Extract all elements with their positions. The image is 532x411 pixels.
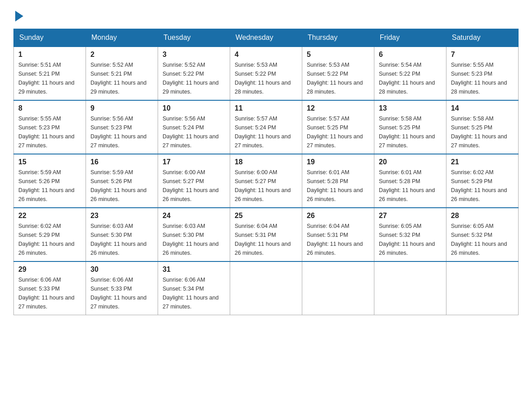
- day-number: 23: [90, 212, 153, 220]
- day-number: 24: [163, 212, 225, 220]
- day-number: 27: [379, 212, 442, 220]
- day-number: 12: [307, 104, 369, 112]
- calendar-cell: 3 Sunrise: 5:52 AM Sunset: 5:22 PM Dayli…: [158, 47, 230, 100]
- day-number: 25: [235, 212, 297, 220]
- calendar-cell: 13 Sunrise: 5:58 AM Sunset: 5:25 PM Dayl…: [374, 100, 446, 154]
- day-number: 7: [451, 51, 514, 59]
- day-info: Sunrise: 5:55 AM Sunset: 5:23 PM Dayligh…: [451, 60, 514, 96]
- calendar-cell: 22 Sunrise: 6:02 AM Sunset: 5:29 PM Dayl…: [14, 208, 86, 261]
- calendar-cell: 10 Sunrise: 5:56 AM Sunset: 5:24 PM Dayl…: [158, 100, 230, 154]
- day-number: 28: [451, 212, 514, 220]
- day-info: Sunrise: 6:02 AM Sunset: 5:29 PM Dayligh…: [451, 168, 514, 204]
- day-info: Sunrise: 5:52 AM Sunset: 5:22 PM Dayligh…: [163, 60, 225, 96]
- day-number: 17: [163, 158, 225, 166]
- weekday-header-monday: Monday: [86, 29, 158, 47]
- calendar-week-4: 22 Sunrise: 6:02 AM Sunset: 5:29 PM Dayl…: [14, 208, 519, 261]
- day-number: 21: [451, 158, 514, 166]
- day-number: 3: [163, 51, 225, 59]
- calendar-cell: 9 Sunrise: 5:56 AM Sunset: 5:23 PM Dayli…: [86, 100, 158, 154]
- calendar-cell: [374, 261, 446, 315]
- day-info: Sunrise: 6:06 AM Sunset: 5:34 PM Dayligh…: [163, 275, 225, 311]
- day-info: Sunrise: 6:04 AM Sunset: 5:31 PM Dayligh…: [235, 222, 297, 257]
- calendar-cell: 11 Sunrise: 5:57 AM Sunset: 5:24 PM Dayl…: [230, 100, 302, 154]
- calendar-cell: [302, 261, 374, 315]
- day-info: Sunrise: 6:04 AM Sunset: 5:31 PM Dayligh…: [307, 222, 369, 257]
- day-info: Sunrise: 5:56 AM Sunset: 5:24 PM Dayligh…: [163, 114, 225, 150]
- day-number: 2: [90, 51, 153, 59]
- weekday-header-saturday: Saturday: [446, 29, 519, 47]
- day-info: Sunrise: 6:01 AM Sunset: 5:28 PM Dayligh…: [307, 168, 369, 204]
- calendar-cell: 26 Sunrise: 6:04 AM Sunset: 5:31 PM Dayl…: [302, 208, 374, 261]
- calendar-cell: 24 Sunrise: 6:03 AM Sunset: 5:30 PM Dayl…: [158, 208, 230, 261]
- day-number: 16: [90, 158, 153, 166]
- calendar-cell: 30 Sunrise: 6:06 AM Sunset: 5:33 PM Dayl…: [86, 261, 158, 315]
- day-number: 9: [90, 104, 153, 112]
- day-info: Sunrise: 5:56 AM Sunset: 5:23 PM Dayligh…: [90, 114, 153, 150]
- day-info: Sunrise: 6:03 AM Sunset: 5:30 PM Dayligh…: [163, 222, 225, 257]
- day-number: 18: [235, 158, 297, 166]
- day-number: 1: [18, 51, 81, 59]
- calendar-cell: 5 Sunrise: 5:53 AM Sunset: 5:22 PM Dayli…: [302, 47, 374, 100]
- day-info: Sunrise: 5:59 AM Sunset: 5:26 PM Dayligh…: [18, 168, 81, 204]
- day-number: 8: [18, 104, 81, 112]
- day-info: Sunrise: 5:52 AM Sunset: 5:21 PM Dayligh…: [90, 60, 153, 96]
- day-number: 31: [163, 265, 225, 274]
- day-info: Sunrise: 5:58 AM Sunset: 5:25 PM Dayligh…: [451, 114, 514, 150]
- logo-arrow-icon: [15, 11, 23, 21]
- calendar-cell: 14 Sunrise: 5:58 AM Sunset: 5:25 PM Dayl…: [446, 100, 519, 154]
- weekday-header-sunday: Sunday: [14, 29, 86, 47]
- weekday-header-wednesday: Wednesday: [230, 29, 302, 47]
- day-info: Sunrise: 5:54 AM Sunset: 5:22 PM Dayligh…: [379, 60, 442, 96]
- calendar-cell: 28 Sunrise: 6:05 AM Sunset: 5:32 PM Dayl…: [446, 208, 519, 261]
- day-info: Sunrise: 5:51 AM Sunset: 5:21 PM Dayligh…: [18, 60, 81, 96]
- day-info: Sunrise: 6:01 AM Sunset: 5:28 PM Dayligh…: [379, 168, 442, 204]
- logo: [13, 9, 23, 20]
- day-number: 15: [18, 158, 81, 166]
- calendar-cell: 12 Sunrise: 5:57 AM Sunset: 5:25 PM Dayl…: [302, 100, 374, 154]
- day-info: Sunrise: 6:02 AM Sunset: 5:29 PM Dayligh…: [18, 222, 81, 257]
- calendar-cell: 6 Sunrise: 5:54 AM Sunset: 5:22 PM Dayli…: [374, 47, 446, 100]
- calendar-cell: 18 Sunrise: 6:00 AM Sunset: 5:27 PM Dayl…: [230, 154, 302, 208]
- day-info: Sunrise: 6:06 AM Sunset: 5:33 PM Dayligh…: [18, 275, 81, 311]
- day-number: 30: [90, 265, 153, 274]
- day-info: Sunrise: 6:03 AM Sunset: 5:30 PM Dayligh…: [90, 222, 153, 257]
- calendar-week-3: 15 Sunrise: 5:59 AM Sunset: 5:26 PM Dayl…: [14, 154, 519, 208]
- calendar-cell: 27 Sunrise: 6:05 AM Sunset: 5:32 PM Dayl…: [374, 208, 446, 261]
- calendar-cell: 1 Sunrise: 5:51 AM Sunset: 5:21 PM Dayli…: [14, 47, 86, 100]
- day-info: Sunrise: 5:58 AM Sunset: 5:25 PM Dayligh…: [379, 114, 442, 150]
- calendar-cell: 7 Sunrise: 5:55 AM Sunset: 5:23 PM Dayli…: [446, 47, 519, 100]
- day-info: Sunrise: 6:00 AM Sunset: 5:27 PM Dayligh…: [163, 168, 225, 204]
- day-number: 29: [18, 265, 81, 274]
- calendar-cell: 25 Sunrise: 6:04 AM Sunset: 5:31 PM Dayl…: [230, 208, 302, 261]
- calendar-cell: 2 Sunrise: 5:52 AM Sunset: 5:21 PM Dayli…: [86, 47, 158, 100]
- day-info: Sunrise: 5:57 AM Sunset: 5:24 PM Dayligh…: [235, 114, 297, 150]
- calendar-cell: 23 Sunrise: 6:03 AM Sunset: 5:30 PM Dayl…: [86, 208, 158, 261]
- calendar-cell: 8 Sunrise: 5:55 AM Sunset: 5:23 PM Dayli…: [14, 100, 86, 154]
- calendar-cell: 19 Sunrise: 6:01 AM Sunset: 5:28 PM Dayl…: [302, 154, 374, 208]
- day-info: Sunrise: 6:06 AM Sunset: 5:33 PM Dayligh…: [90, 275, 153, 311]
- day-info: Sunrise: 6:00 AM Sunset: 5:27 PM Dayligh…: [235, 168, 297, 204]
- calendar-week-1: 1 Sunrise: 5:51 AM Sunset: 5:21 PM Dayli…: [14, 47, 519, 100]
- day-number: 13: [379, 104, 442, 112]
- calendar-cell: 4 Sunrise: 5:53 AM Sunset: 5:22 PM Dayli…: [230, 47, 302, 100]
- calendar-week-2: 8 Sunrise: 5:55 AM Sunset: 5:23 PM Dayli…: [14, 100, 519, 154]
- calendar-body: 1 Sunrise: 5:51 AM Sunset: 5:21 PM Dayli…: [14, 47, 519, 315]
- day-number: 26: [307, 212, 369, 220]
- weekday-header-friday: Friday: [374, 29, 446, 47]
- day-info: Sunrise: 6:05 AM Sunset: 5:32 PM Dayligh…: [451, 222, 514, 257]
- day-info: Sunrise: 6:05 AM Sunset: 5:32 PM Dayligh…: [379, 222, 442, 257]
- calendar-cell: [446, 261, 519, 315]
- day-info: Sunrise: 5:59 AM Sunset: 5:26 PM Dayligh…: [90, 168, 153, 204]
- day-number: 22: [18, 212, 81, 220]
- calendar-cell: 17 Sunrise: 6:00 AM Sunset: 5:27 PM Dayl…: [158, 154, 230, 208]
- day-number: 6: [379, 51, 442, 59]
- day-number: 10: [163, 104, 225, 112]
- calendar-cell: 16 Sunrise: 5:59 AM Sunset: 5:26 PM Dayl…: [86, 154, 158, 208]
- calendar-table: SundayMondayTuesdayWednesdayThursdayFrid…: [13, 29, 519, 315]
- weekday-header-thursday: Thursday: [302, 29, 374, 47]
- weekday-header-tuesday: Tuesday: [158, 29, 230, 47]
- calendar-week-5: 29 Sunrise: 6:06 AM Sunset: 5:33 PM Dayl…: [14, 261, 519, 315]
- calendar-cell: 15 Sunrise: 5:59 AM Sunset: 5:26 PM Dayl…: [14, 154, 86, 208]
- day-info: Sunrise: 5:53 AM Sunset: 5:22 PM Dayligh…: [235, 60, 297, 96]
- day-number: 11: [235, 104, 297, 112]
